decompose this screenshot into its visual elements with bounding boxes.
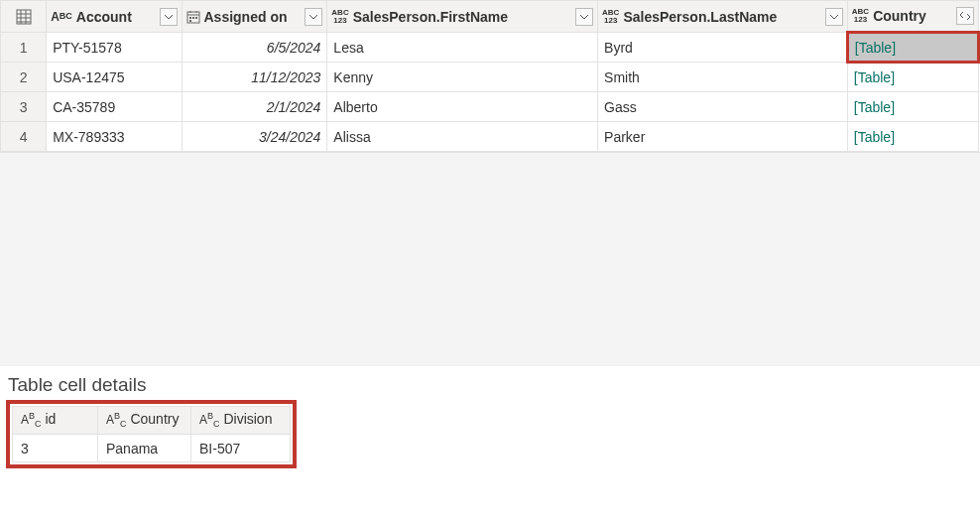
cell-id[interactable]: 3 — [13, 435, 98, 462]
chevron-down-icon — [309, 13, 317, 21]
cell-assigned[interactable]: 2/1/2024 — [183, 99, 327, 115]
details-col-id[interactable]: ABC id — [13, 407, 98, 435]
column-header-lastname[interactable]: ABC123 SalesPerson.LastName — [598, 1, 848, 33]
cell-firstname[interactable]: Alberto — [327, 99, 597, 115]
row-number[interactable]: 1 — [1, 33, 47, 63]
details-row[interactable]: 3 Panama BI-507 — [13, 435, 291, 462]
column-header-firstname[interactable]: ABC123 SalesPerson.FirstName — [327, 1, 598, 33]
cell-country[interactable]: Panama — [98, 435, 191, 462]
text-type-icon: ABC — [21, 413, 42, 427]
cell-firstname[interactable]: Lesa — [327, 40, 597, 56]
cell-assigned[interactable]: 6/5/2024 — [183, 40, 327, 56]
details-col-division[interactable]: ABC Division — [191, 407, 291, 435]
table-link-cell[interactable]: [Table] — [848, 129, 978, 145]
column-label: SalesPerson.FirstName — [353, 9, 571, 25]
cell-account[interactable]: CA-35789 — [47, 99, 181, 115]
cell-account[interactable]: MX-789333 — [47, 129, 181, 145]
text-type-icon: ABC — [106, 413, 127, 427]
text-type-icon: ABC — [199, 413, 220, 427]
cell-division[interactable]: BI-507 — [191, 435, 291, 462]
row-index-header[interactable] — [1, 1, 47, 33]
chevron-down-icon — [165, 13, 173, 21]
table-link-cell[interactable]: [Table] — [848, 69, 978, 85]
expand-icon — [959, 11, 971, 21]
details-title: Table cell details — [8, 374, 974, 396]
chevron-down-icon — [830, 13, 838, 21]
cell-details-panel: Table cell details ABC id ABC Country AB… — [0, 374, 980, 477]
any-type-icon: ABC123 — [602, 9, 619, 25]
column-header-country[interactable]: ABC123 Country — [847, 1, 978, 33]
column-header-account[interactable]: ABC Account — [47, 1, 182, 33]
column-label: Country — [130, 411, 179, 427]
column-label: SalesPerson.LastName — [623, 9, 820, 25]
cell-assigned[interactable]: 3/24/2024 — [183, 129, 327, 145]
filter-dropdown-button[interactable] — [825, 8, 843, 26]
any-type-icon: ABC123 — [852, 8, 869, 24]
chevron-down-icon — [580, 13, 588, 21]
column-header-assigned[interactable]: Assigned on — [182, 1, 327, 33]
svg-rect-12 — [195, 17, 197, 19]
details-col-country[interactable]: ABC Country — [98, 407, 191, 435]
details-highlight: ABC id ABC Country ABC Division 3 — [6, 400, 297, 468]
row-number[interactable]: 4 — [1, 122, 47, 152]
cell-lastname[interactable]: Parker — [598, 129, 847, 145]
expand-column-button[interactable] — [956, 7, 974, 25]
column-label: Country — [873, 8, 952, 24]
row-number[interactable]: 2 — [1, 63, 47, 92]
column-label: Assigned on — [204, 9, 302, 25]
filter-dropdown-button[interactable] — [575, 8, 593, 26]
cell-lastname[interactable]: Byrd — [598, 40, 846, 56]
table-row[interactable]: 1 PTY-51578 6/5/2024 Lesa Byrd [Table] — [1, 33, 979, 63]
details-table: ABC id ABC Country ABC Division 3 — [12, 406, 291, 462]
cell-firstname[interactable]: Alissa — [327, 129, 597, 145]
row-number[interactable]: 3 — [1, 92, 47, 122]
table-row[interactable]: 4 MX-789333 3/24/2024 Alissa Parker [Tab… — [1, 122, 979, 152]
text-type-icon: ABC — [51, 11, 72, 23]
main-data-table: ABC Account Assigned on — [0, 0, 980, 152]
cell-assigned[interactable]: 11/12/2023 — [183, 69, 327, 85]
cell-firstname[interactable]: Kenny — [327, 69, 597, 85]
table-icon — [16, 9, 32, 25]
cell-account[interactable]: PTY-51578 — [47, 40, 181, 56]
filter-dropdown-button[interactable] — [160, 8, 178, 26]
any-type-icon: ABC123 — [331, 9, 348, 25]
column-label: Division — [223, 411, 272, 427]
table-row[interactable]: 2 USA-12475 11/12/2023 Kenny Smith [Tabl… — [1, 63, 979, 92]
cell-lastname[interactable]: Smith — [598, 69, 847, 85]
date-type-icon — [186, 10, 200, 24]
table-link-cell[interactable]: [Table] — [848, 99, 978, 115]
filter-dropdown-button[interactable] — [305, 8, 322, 26]
column-label: Account — [76, 9, 156, 25]
table-row[interactable]: 3 CA-35789 2/1/2024 Alberto Gass [Table] — [1, 92, 979, 122]
empty-grid-area — [0, 152, 980, 366]
svg-rect-11 — [192, 17, 194, 19]
table-link-cell[interactable]: [Table] — [849, 40, 977, 56]
column-label: id — [45, 411, 56, 427]
cell-lastname[interactable]: Gass — [598, 99, 847, 115]
svg-rect-10 — [189, 17, 191, 19]
cell-account[interactable]: USA-12475 — [47, 69, 181, 85]
svg-rect-13 — [189, 20, 191, 22]
